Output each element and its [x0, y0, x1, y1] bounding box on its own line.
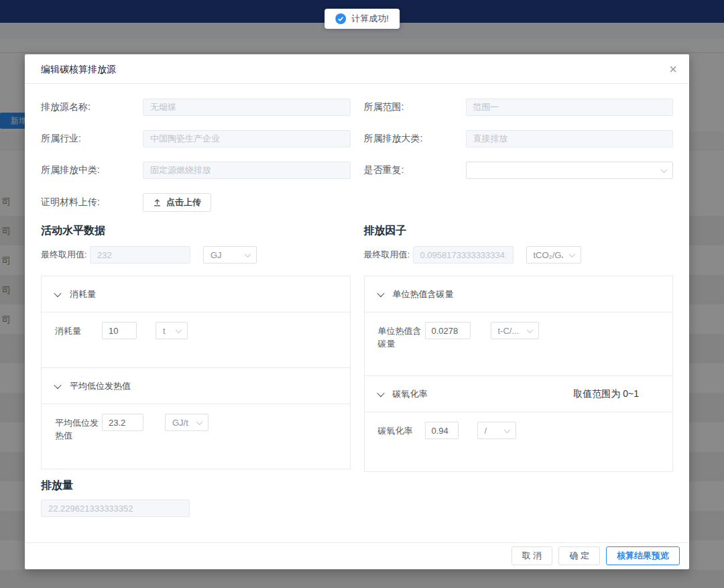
chevron-down-icon	[526, 327, 533, 333]
check-circle-icon	[335, 13, 346, 24]
select-value: /	[485, 426, 498, 436]
field-source-name: 排放源名称:	[41, 99, 351, 116]
carbon-content-unit-select[interactable]: t-C/...	[491, 322, 539, 339]
heat-value-input[interactable]	[102, 414, 143, 431]
collapse-body-oxidation-rate: 碳氧化率 /	[365, 412, 673, 471]
collapse-body-consumption: 消耗量 t	[42, 312, 350, 368]
chevron-down-icon	[196, 418, 203, 425]
source-name-input	[143, 99, 351, 116]
chevron-down-icon	[377, 389, 384, 396]
chevron-down-icon	[245, 251, 251, 257]
section-title-emission: 排放量	[41, 479, 351, 493]
field-emission-mid-class: 所属排放中类:	[41, 162, 351, 179]
dialog-title: 编辑碳核算排放源	[41, 64, 116, 74]
factor-final-row: 最终取用值: tCO₂/GJ	[364, 246, 674, 263]
dialog-body: 排放源名称: 所属范围: 所属行业: 所属排放大类: 所属排放中类: 是否重复:	[25, 84, 689, 517]
collapse-header-oxidation-rate[interactable]: 碳氧化率 取值范围为 0~1	[365, 376, 673, 412]
scope-input	[466, 99, 674, 116]
chevron-down-icon	[377, 289, 384, 296]
result-preview-button[interactable]: 核算结果预览	[606, 546, 680, 565]
final-value-label: 最终取用值:	[41, 249, 90, 261]
collapse-body-carbon-content: 单位热值含碳量 t-C/...	[365, 312, 673, 376]
emission-amount-input	[41, 499, 190, 517]
chevron-down-icon	[176, 327, 182, 333]
collapse-title: 单位热值含碳量	[393, 288, 454, 300]
select-value: GJ	[210, 250, 239, 260]
field-label: 所属范围:	[364, 101, 466, 113]
select-value: GJ/t	[172, 418, 190, 428]
collapse-header-carbon-content[interactable]: 单位热值含碳量	[365, 276, 673, 312]
value-range-hint: 取值范围为 0~1	[573, 388, 639, 400]
factor-unit-select[interactable]: tCO₂/GJ	[526, 246, 581, 263]
final-value-label: 最终取用值:	[364, 249, 413, 261]
activity-final-row: 最终取用值: GJ	[41, 246, 351, 263]
collapse-body-heat-value: 平均低位发热值 GJ/t	[42, 404, 350, 469]
consumption-unit-select[interactable]: t	[156, 322, 188, 339]
activity-data-section: 活动水平数据 最终取用值: GJ 消耗量 消耗量	[41, 224, 351, 517]
collapse-title: 碳氧化率	[393, 388, 428, 400]
field-label: 排放源名称:	[41, 101, 143, 113]
collapse-header-heat-value[interactable]: 平均低位发热值	[42, 368, 350, 404]
cancel-button[interactable]: 取 消	[511, 546, 553, 565]
field-emission-major-class: 所属排放大类:	[364, 130, 674, 148]
section-title-activity: 活动水平数据	[41, 224, 351, 238]
emission-amount-section: 排放量	[41, 479, 351, 517]
success-toast: 计算成功!	[324, 9, 400, 29]
factor-collapse: 单位热值含碳量 单位热值含碳量 t-C/... 碳氧化率 取值范围为 0~1	[364, 276, 674, 472]
upload-button[interactable]: 点击上传	[143, 193, 211, 212]
oxidation-rate-input[interactable]	[425, 422, 459, 439]
select-value: t	[163, 326, 170, 336]
emission-major-class-input	[466, 130, 674, 148]
chevron-down-icon	[568, 251, 575, 257]
factor-final-value-input	[413, 246, 514, 263]
emission-mid-class-input	[143, 162, 351, 179]
toast-text: 计算成功!	[351, 13, 389, 25]
activity-unit-select[interactable]: GJ	[203, 246, 257, 263]
upload-icon	[153, 198, 162, 207]
chevron-down-icon	[54, 289, 61, 296]
section-title-factor: 排放因子	[364, 224, 674, 238]
carbon-content-input[interactable]	[425, 322, 471, 339]
field-proof-upload: 证明材料上传: 点击上传	[41, 193, 673, 212]
oxidation-rate-unit-select[interactable]: /	[477, 422, 516, 439]
collapse-header-consumption[interactable]: 消耗量	[42, 276, 350, 312]
field-is-duplicate: 是否重复:	[364, 162, 674, 179]
emission-factor-section: 排放因子 最终取用值: tCO₂/GJ 单位热值含碳量 单位热值含碳	[364, 224, 674, 517]
field-label: 所属排放大类:	[364, 133, 466, 145]
panel-row-label: 平均低位发热值	[55, 414, 102, 442]
collapse-title: 平均低位发热值	[70, 380, 131, 392]
panel-row-label: 碳氧化率	[378, 422, 425, 437]
select-value: tCO₂/GJ	[534, 250, 563, 260]
dialog-header: 编辑碳核算排放源 ×	[25, 54, 689, 84]
chevron-down-icon	[661, 166, 668, 173]
activity-collapse: 消耗量 消耗量 t 平均低位发热值	[41, 276, 351, 469]
consumption-input[interactable]	[102, 322, 137, 339]
heat-value-unit-select[interactable]: GJ/t	[165, 414, 208, 431]
is-duplicate-select[interactable]	[466, 162, 674, 179]
chevron-down-icon	[503, 426, 510, 433]
collapse-title: 消耗量	[70, 288, 96, 300]
close-icon[interactable]: ×	[669, 54, 677, 84]
field-label: 所属排放中类:	[41, 164, 143, 176]
confirm-button[interactable]: 确 定	[558, 546, 600, 565]
edit-emission-source-dialog: 编辑碳核算排放源 × 排放源名称: 所属范围: 所属行业: 所属排放大类: 所属…	[25, 54, 689, 569]
dialog-footer: 取 消 确 定 核算结果预览	[25, 542, 689, 569]
upload-button-label: 点击上传	[166, 196, 201, 209]
field-label: 证明材料上传:	[41, 196, 143, 209]
field-industry: 所属行业:	[41, 130, 351, 148]
field-label: 所属行业:	[41, 133, 143, 145]
select-value: t-C/...	[498, 326, 521, 336]
panel-row-label: 单位热值含碳量	[378, 322, 425, 350]
chevron-down-icon	[54, 381, 61, 388]
basic-info-form: 排放源名称: 所属范围: 所属行业: 所属排放大类: 所属排放中类: 是否重复:	[41, 99, 673, 179]
field-label: 是否重复:	[364, 164, 466, 176]
panel-row-label: 消耗量	[55, 322, 102, 337]
field-scope: 所属范围:	[364, 99, 674, 116]
industry-input	[143, 130, 351, 148]
activity-final-value-input	[90, 246, 190, 263]
